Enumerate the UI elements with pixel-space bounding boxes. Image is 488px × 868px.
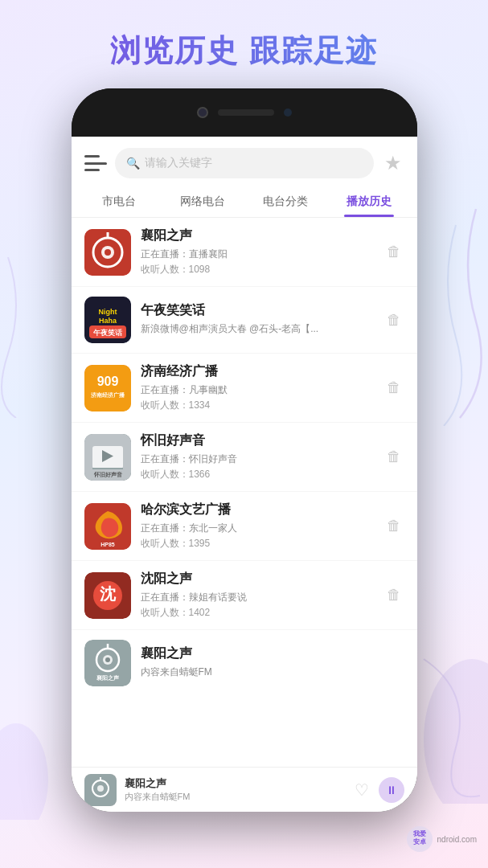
svg-text:怀旧好声音: 怀旧好声音 — [92, 471, 121, 478]
radio-list: 襄阳之声 正在直播：直播襄阳 收听人数：1098 🗑 Night Haha 午夜… — [72, 218, 417, 767]
hero-title: 浏览历史 跟踪足迹 — [0, 31, 488, 72]
radio-name: 济南经济广播 — [141, 363, 374, 380]
svg-point-5 — [105, 249, 111, 256]
svg-point-0 — [424, 659, 488, 804]
search-icon: 🔍 — [126, 157, 140, 170]
svg-text:襄阳之声: 襄阳之声 — [96, 674, 120, 681]
svg-text:909: 909 — [96, 375, 118, 388]
tab-city-radio[interactable]: 市电台 — [78, 186, 162, 217]
favorite-button[interactable]: ★ — [382, 152, 404, 174]
list-item[interactable]: 怀旧好声音 怀旧好声音 正在直播：怀旧好声音 收听人数：1366 🗑 — [72, 423, 417, 492]
list-item[interactable]: 襄阳之声 正在直播：直播襄阳 收听人数：1098 🗑 — [72, 218, 417, 287]
phone-top-bar — [72, 88, 417, 137]
heart-button[interactable]: ♡ — [355, 780, 369, 800]
delete-button[interactable]: 🗑 — [383, 240, 404, 264]
svg-text:沈: 沈 — [100, 585, 117, 603]
radio-info: 济南经济广播 正在直播：凡事幽默 收听人数：1334 — [141, 363, 374, 412]
phone-sensor — [284, 108, 292, 117]
radio-info: 怀旧好声音 正在直播：怀旧好声音 收听人数：1366 — [141, 432, 374, 481]
radio-status: 内容来自蜻蜓FM — [141, 665, 404, 679]
radio-info: 哈尔滨文艺广播 正在直播：东北一家人 收听人数：1395 — [141, 502, 374, 551]
delete-button[interactable]: 🗑 — [383, 514, 404, 538]
svg-point-33 — [97, 785, 104, 792]
svg-text:济南经济广播: 济南经济广播 — [91, 391, 125, 399]
watermark-text: ndroid.com — [437, 835, 477, 844]
search-box[interactable]: 🔍 请输入关键字 — [115, 148, 374, 178]
menu-button[interactable] — [84, 155, 107, 171]
radio-name: 怀旧好声音 — [141, 432, 374, 449]
radio-listeners: 收听人数：1395 — [141, 537, 374, 551]
phone-frame: 🔍 请输入关键字 ★ 市电台 网络电台 电台分类 播放历史 — [72, 88, 417, 812]
menu-line-3 — [84, 169, 100, 171]
phone-camera — [197, 107, 208, 118]
watermark-logo: 我爱 安卓 — [405, 825, 434, 854]
radio-name: 沈阳之声 — [141, 571, 374, 588]
search-area: 🔍 请输入关键字 ★ — [72, 137, 417, 186]
radio-logo: 襄阳之声 — [84, 640, 131, 686]
radio-logo: HP85 — [84, 503, 131, 550]
player-logo — [84, 774, 117, 806]
radio-logo: 909 济南经济广播 — [84, 365, 131, 411]
menu-line-2 — [84, 162, 107, 165]
radio-logo: 沈 — [84, 572, 131, 619]
radio-listeners: 收听人数：1098 — [141, 263, 374, 276]
delete-button[interactable]: 🗑 — [383, 445, 404, 469]
svg-rect-12 — [84, 365, 131, 411]
phone-screen: 🔍 请输入关键字 ★ 市电台 网络电台 电台分类 播放历史 — [72, 137, 417, 812]
radio-name: 哈尔滨文艺广播 — [141, 502, 374, 518]
radio-info: 襄阳之声 正在直播：直播襄阳 收听人数：1098 — [141, 227, 374, 276]
player-info: 襄阳之声 内容来自蜻蜓FM — [125, 776, 347, 803]
radio-status: 正在直播：凡事幽默 — [141, 383, 374, 397]
radio-status: 正在直播：直播襄阳 — [141, 248, 374, 261]
tab-network-radio[interactable]: 网络电台 — [161, 186, 244, 217]
radio-listeners: 收听人数：1334 — [141, 399, 374, 412]
delete-button[interactable]: 🗑 — [383, 376, 404, 399]
radio-status: 正在直播：怀旧好声音 — [141, 452, 374, 466]
delete-button[interactable]: 🗑 — [383, 309, 404, 332]
radio-status: 正在直播：东北一家人 — [141, 522, 374, 535]
watermark-area: 我爱 安卓 ndroid.com — [405, 825, 477, 854]
svg-text:我爱: 我爱 — [412, 829, 426, 837]
deco-lines-right — [412, 201, 484, 426]
radio-name: 襄阳之声 — [141, 227, 374, 244]
radio-logo: Night Haha 午夜笑话 — [84, 297, 131, 343]
player-sub: 内容来自蜻蜓FM — [125, 791, 347, 803]
radio-name: 午夜笑笑话 — [141, 302, 374, 319]
radio-name: 襄阳之声 — [141, 645, 404, 662]
list-item[interactable]: 909 济南经济广播 济南经济广播 正在直播：凡事幽默 收听人数：1334 🗑 — [72, 354, 417, 423]
radio-info: 襄阳之声 内容来自蜻蜓FM — [141, 645, 404, 681]
radio-status: 新浪微博@相声演员大春 @石头-老高【... — [141, 322, 374, 336]
svg-point-28 — [105, 657, 110, 662]
deco-shape-bottom-right — [408, 643, 488, 804]
tab-radio-category[interactable]: 电台分类 — [244, 186, 328, 217]
player-controls: ♡ ⏸ — [355, 777, 404, 803]
list-item[interactable]: HP85 哈尔滨文艺广播 正在直播：东北一家人 收听人数：1395 🗑 — [72, 492, 417, 561]
deco-lines-left — [0, 257, 48, 418]
delete-button[interactable]: 🗑 — [383, 583, 404, 607]
radio-info: 午夜笑笑话 新浪微博@相声演员大春 @石头-老高【... — [141, 302, 374, 338]
svg-text:Haha: Haha — [98, 317, 117, 325]
svg-text:午夜笑话: 午夜笑话 — [92, 328, 123, 337]
player-name: 襄阳之声 — [125, 776, 347, 791]
bottom-player-bar: 襄阳之声 内容来自蜻蜓FM ♡ ⏸ — [72, 767, 417, 812]
search-placeholder: 请输入关键字 — [145, 156, 212, 170]
svg-point-1 — [0, 723, 48, 820]
pause-button[interactable]: ⏸ — [379, 777, 404, 803]
svg-text:安卓: 安卓 — [412, 837, 427, 845]
list-item[interactable]: Night Haha 午夜笑话 午夜笑笑话 新浪微博@相声演员大春 @石头-老高… — [72, 287, 417, 354]
radio-listeners: 收听人数：1366 — [141, 468, 374, 481]
svg-text:HP85: HP85 — [100, 542, 115, 547]
tabs-bar: 市电台 网络电台 电台分类 播放历史 — [72, 186, 417, 218]
tab-play-history[interactable]: 播放历史 — [327, 186, 411, 217]
radio-logo — [84, 229, 131, 276]
radio-listeners: 收听人数：1402 — [141, 606, 374, 620]
radio-logo: 怀旧好声音 — [84, 434, 131, 481]
phone-speaker — [218, 109, 274, 116]
radio-info: 沈阳之声 正在直播：辣姐有话要说 收听人数：1402 — [141, 571, 374, 620]
list-item[interactable]: 襄阳之声 襄阳之声 内容来自蜻蜓FM — [72, 630, 417, 696]
radio-status: 正在直播：辣姐有话要说 — [141, 591, 374, 604]
menu-line-1 — [84, 155, 100, 158]
svg-text:Night: Night — [98, 308, 117, 316]
deco-bottom-left — [0, 699, 64, 820]
list-item[interactable]: 沈 沈阳之声 正在直播：辣姐有话要说 收听人数：1402 🗑 — [72, 561, 417, 630]
